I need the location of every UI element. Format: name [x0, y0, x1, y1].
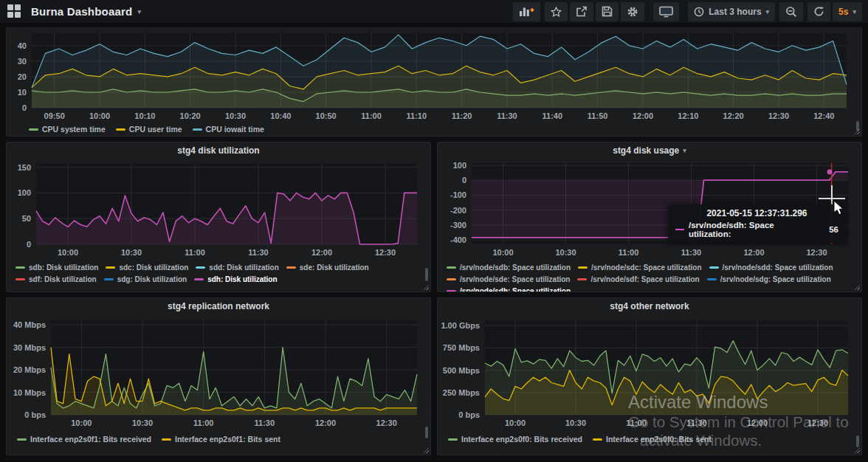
legend-item[interactable]: sdb: Disk utilization	[16, 262, 98, 273]
svg-text:10:00: 10:00	[89, 111, 110, 120]
legend-series-dash	[162, 438, 171, 441]
svg-text:12:30: 12:30	[768, 111, 789, 120]
legend-item[interactable]: sdd: Disk utilization	[196, 262, 278, 273]
legend-item[interactable]: Interface enp2s0f1: Bits sent	[162, 434, 280, 445]
replication-network-legend: Interface enp2s0f1: Bits receivedInterfa…	[10, 433, 427, 445]
legend-series-label: sde: Disk utilization	[300, 262, 369, 273]
legend-item[interactable]: /srv/node/sde: Space utilization	[447, 274, 570, 285]
legend-series-label: CPU iowait time	[206, 124, 264, 135]
refresh-button[interactable]	[807, 2, 830, 21]
legend-item[interactable]: /srv/node/sdd: Space utilization	[709, 262, 833, 273]
legend-series-dash	[116, 128, 125, 131]
settings-button[interactable]	[621, 2, 644, 21]
svg-text:50: 50	[22, 214, 31, 223]
save-button[interactable]	[596, 2, 619, 21]
svg-text:-400: -400	[450, 235, 466, 244]
legend-item[interactable]: /srv/node/sdc: Space utilization	[578, 262, 701, 273]
panel-resize-handle[interactable]	[423, 447, 429, 453]
zoom-out-icon	[785, 6, 797, 18]
legend-item[interactable]: Interface enp2s0f1: Bits received	[17, 434, 151, 445]
legend-series-label: /srv/node/sde: Space utilization	[460, 274, 570, 285]
svg-text:12:30: 12:30	[807, 418, 828, 427]
grafana-menu-icon[interactable]	[7, 4, 21, 18]
panel-title[interactable]: stg4 disk usage ▾	[441, 144, 858, 157]
legend-series-dash	[196, 266, 205, 269]
legend-item[interactable]: CPU iowait time	[193, 124, 264, 135]
legend-series-dash	[447, 278, 456, 280]
top-navbar: Burna Dashboaard ▾	[0, 0, 868, 24]
legend-series-label: sdc: Disk utilization	[119, 262, 188, 273]
add-panel-button[interactable]	[513, 2, 540, 21]
svg-text:12:00: 12:00	[747, 418, 768, 427]
other-network-chart-plot[interactable]: 0 bps250 Mbps500 Mbps750 Mbps1.00 Gbps10…	[441, 313, 858, 432]
svg-text:10:00: 10:00	[505, 418, 526, 427]
panel-scrollbar[interactable]	[856, 435, 859, 447]
panel-scrollbar[interactable]	[425, 268, 428, 281]
panel-title[interactable]: stg4 replication network	[10, 300, 427, 313]
legend-item[interactable]: sde: Disk utilization	[286, 262, 369, 273]
cpu-chart-plot[interactable]: 01020304009:5010:0010:1010:2010:3010:401…	[10, 30, 858, 123]
cycle-view-button[interactable]	[653, 2, 679, 21]
panel-resize-handle[interactable]	[854, 284, 860, 290]
refresh-interval-dropdown[interactable]: 5s ▾	[833, 2, 862, 21]
clock-icon	[694, 7, 704, 17]
svg-text:10: 10	[18, 88, 27, 97]
legend-item[interactable]: Interface enp2s0f0: Bits received	[448, 434, 582, 445]
legend-series-dash	[707, 278, 717, 280]
legend-series-dash	[447, 290, 456, 292]
svg-text:12:20: 12:20	[723, 111, 744, 120]
panel-resize-handle[interactable]	[423, 284, 429, 290]
legend-series-dash	[106, 266, 115, 269]
svg-text:150: 150	[18, 163, 31, 172]
svg-text:10 Mbps: 10 Mbps	[13, 388, 46, 397]
star-button[interactable]	[545, 2, 568, 21]
legend-series-label: sdb: Disk utilization	[29, 262, 98, 273]
svg-text:12:10: 12:10	[678, 111, 698, 120]
share-button[interactable]	[570, 2, 593, 21]
panel-resize-handle[interactable]	[854, 128, 860, 134]
svg-text:12:30: 12:30	[806, 248, 827, 257]
svg-text:0: 0	[22, 103, 27, 112]
legend-item[interactable]: sdg: Disk utilization	[104, 274, 187, 285]
panel-resize-handle[interactable]	[854, 447, 860, 453]
svg-text:750 Mbps: 750 Mbps	[443, 343, 480, 352]
disk-utilization-chart-plot[interactable]: 05010015010:0010:3011:0011:3012:0012:30	[10, 157, 427, 261]
replication-network-chart-plot[interactable]: 0 bps10 Mbps20 Mbps30 Mbps40 Mbps10:0010…	[10, 313, 427, 432]
legend-item[interactable]: CPU system time	[29, 124, 106, 135]
zoom-out-button[interactable]	[779, 2, 803, 21]
other-network-legend: Interface enp2s0f0: Bits receivedInterfa…	[441, 433, 858, 445]
time-range-picker[interactable]: Last 3 hours ▾	[688, 2, 775, 21]
svg-text:10:00: 10:00	[492, 248, 513, 257]
svg-text:500 Mbps: 500 Mbps	[443, 366, 480, 375]
legend-item[interactable]: /srv/node/sdb: Space utilization	[447, 262, 571, 273]
dashboard-title[interactable]: Burna Dashboaard ▾	[31, 5, 141, 18]
legend-item[interactable]: /srv/node/sdh: Space utilization	[447, 286, 571, 292]
legend-item[interactable]: Interface enp2s0f0: Bits sent	[593, 434, 712, 445]
panel-scrollbar[interactable]	[425, 427, 428, 438]
svg-text:11:10: 11:10	[407, 111, 427, 120]
legend-series-dash	[193, 128, 202, 131]
svg-text:10:30: 10:30	[132, 418, 153, 427]
panel-other-network: stg4 other network 0 bps250 Mbps500 Mbps…	[437, 297, 862, 455]
legend-item[interactable]: sdf: Disk utilization	[16, 274, 97, 285]
svg-text:12:00: 12:00	[311, 248, 332, 257]
panel-title[interactable]: stg4 other network	[441, 300, 858, 313]
svg-text:12:00: 12:00	[315, 418, 336, 427]
svg-text:11:50: 11:50	[588, 111, 608, 120]
tooltip-value: 56	[823, 225, 838, 234]
refresh-interval-label: 5s	[838, 7, 848, 17]
legend-item[interactable]: sdc: Disk utilization	[106, 262, 188, 273]
legend-item[interactable]: /srv/node/sdg: Space utilization	[707, 274, 831, 285]
panel-disk-utilization: stg4 disk utilization 05010015010:0010:3…	[6, 142, 431, 292]
legend-item[interactable]: CPU user time	[116, 124, 182, 135]
legend-item[interactable]: /srv/node/sdf: Space utilization	[577, 274, 699, 285]
svg-text:10:10: 10:10	[134, 111, 155, 120]
panel-title[interactable]: stg4 disk utilization	[10, 144, 427, 157]
legend-series-dash	[593, 438, 602, 441]
tooltip-series-dash	[675, 229, 684, 230]
monitor-icon	[659, 6, 673, 18]
svg-text:11:00: 11:00	[626, 418, 647, 427]
svg-text:250 Mbps: 250 Mbps	[443, 388, 480, 397]
legend-item[interactable]: sdh: Disk utilization	[194, 274, 277, 285]
legend-series-dash	[29, 128, 38, 131]
